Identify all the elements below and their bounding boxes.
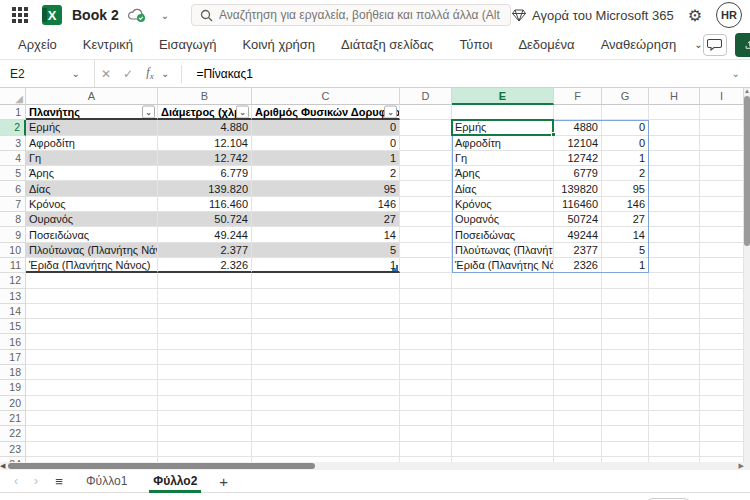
cell-H23[interactable]	[649, 442, 700, 457]
cell-D17[interactable]	[400, 350, 452, 365]
vertical-scrollbar-thumb[interactable]	[744, 96, 750, 246]
cell-D1[interactable]	[400, 105, 452, 120]
cell-C10[interactable]: 5	[252, 243, 400, 258]
cell-E8[interactable]: Ουρανός	[452, 212, 554, 227]
cell-G23[interactable]	[602, 442, 649, 457]
cell-D4[interactable]	[400, 151, 452, 166]
cell-H5[interactable]	[649, 166, 700, 181]
row-header-18[interactable]: 18	[0, 365, 26, 380]
cell-I19[interactable]	[700, 380, 744, 395]
cell-C1[interactable]: Αριθμός Φυσικών Δορυφόρων⌄	[252, 105, 400, 120]
cell-A21[interactable]	[26, 411, 158, 426]
cell-I12[interactable]	[700, 273, 744, 288]
ribbon-tab-3[interactable]: Εισαγωγή	[159, 37, 216, 52]
cell-D6[interactable]	[400, 181, 452, 196]
cell-A10[interactable]: Πλούτωνας (Πλανήτης Νάνος)	[26, 243, 158, 258]
row-header-9[interactable]: 9	[0, 227, 26, 242]
cell-C23[interactable]	[252, 442, 400, 457]
cell-D15[interactable]	[400, 319, 452, 334]
row-header-2[interactable]: 2	[0, 120, 26, 135]
row-header-14[interactable]: 14	[0, 304, 26, 319]
cell-G2[interactable]: 0	[602, 120, 649, 135]
cell-I10[interactable]	[700, 243, 744, 258]
cell-D7[interactable]	[400, 197, 452, 212]
cell-I23[interactable]	[700, 442, 744, 457]
cell-G18[interactable]	[602, 365, 649, 380]
cell-H8[interactable]	[649, 212, 700, 227]
cell-A11[interactable]: Έριδα (Πλανήτης Νάνος)	[26, 258, 158, 273]
cell-H19[interactable]	[649, 380, 700, 395]
cell-A20[interactable]	[26, 396, 158, 411]
cell-G1[interactable]	[602, 105, 649, 120]
cell-H18[interactable]	[649, 365, 700, 380]
cell-B1[interactable]: Διάμετρος (χλμ.)⌄	[158, 105, 252, 120]
ribbon-tab-4[interactable]: Κοινή χρήση	[242, 37, 315, 52]
cell-B3[interactable]: 12.104	[158, 136, 252, 151]
row-header-10[interactable]: 10	[0, 243, 26, 258]
cell-F22[interactable]	[554, 426, 602, 441]
cell-F8[interactable]: 50724	[554, 212, 602, 227]
cell-G12[interactable]	[602, 273, 649, 288]
settings-gear-icon[interactable]: ⚙	[688, 6, 702, 25]
ribbon-tab-6[interactable]: Τύποι	[460, 37, 493, 52]
row-header-20[interactable]: 20	[0, 396, 26, 411]
cell-A1[interactable]: Πλανήτης⌄	[26, 105, 158, 120]
cell-B21[interactable]	[158, 411, 252, 426]
cell-F16[interactable]	[554, 334, 602, 349]
cell-A2[interactable]: Ερμής	[26, 120, 158, 135]
cell-I7[interactable]	[700, 197, 744, 212]
cell-A4[interactable]: Γη	[26, 151, 158, 166]
row-header-12[interactable]: 12	[0, 273, 26, 288]
buy-microsoft365-button[interactable]: Αγορά του Microsoft 365	[512, 8, 674, 23]
cell-E15[interactable]	[452, 319, 554, 334]
cell-C14[interactable]	[252, 304, 400, 319]
cell-B11[interactable]: 2.326	[158, 258, 252, 273]
cell-G20[interactable]	[602, 396, 649, 411]
scroll-up-arrow-icon[interactable]: ▲	[744, 88, 750, 94]
workbook-title[interactable]: Book 2	[72, 7, 119, 23]
cell-A13[interactable]	[26, 289, 158, 304]
cell-C20[interactable]	[252, 396, 400, 411]
column-header-C[interactable]: C	[252, 88, 400, 105]
cell-C12[interactable]	[252, 273, 400, 288]
cell-H17[interactable]	[649, 350, 700, 365]
cell-A14[interactable]	[26, 304, 158, 319]
column-header-F[interactable]: F	[554, 88, 602, 105]
cell-D19[interactable]	[400, 380, 452, 395]
row-header-22[interactable]: 22	[0, 426, 26, 441]
cell-G4[interactable]: 1	[602, 151, 649, 166]
cell-G15[interactable]	[602, 319, 649, 334]
cell-G14[interactable]	[602, 304, 649, 319]
cell-H6[interactable]	[649, 181, 700, 196]
previous-sheet-chevron-icon[interactable]: ‹	[6, 474, 26, 488]
cell-C9[interactable]: 14	[252, 227, 400, 242]
cell-D22[interactable]	[400, 426, 452, 441]
cell-E19[interactable]	[452, 380, 554, 395]
fill-handle[interactable]	[551, 132, 556, 137]
cell-B5[interactable]: 6.779	[158, 166, 252, 181]
cell-B4[interactable]: 12.742	[158, 151, 252, 166]
filter-dropdown-icon-B1[interactable]: ⌄	[236, 105, 249, 118]
cell-D13[interactable]	[400, 289, 452, 304]
cell-B22[interactable]	[158, 426, 252, 441]
cell-G19[interactable]	[602, 380, 649, 395]
filter-dropdown-icon-A1[interactable]: ⌄	[142, 105, 155, 118]
cell-I17[interactable]	[700, 350, 744, 365]
row-header-16[interactable]: 16	[0, 334, 26, 349]
filter-dropdown-icon-C1[interactable]: ⌄	[384, 105, 397, 118]
sheet-tab-Φύλλο2[interactable]: Φύλλο2	[141, 472, 209, 491]
row-header-4[interactable]: 4	[0, 151, 26, 166]
cell-G6[interactable]: 95	[602, 181, 649, 196]
row-header-7[interactable]: 7	[0, 197, 26, 212]
cell-G13[interactable]	[602, 289, 649, 304]
cell-F23[interactable]	[554, 442, 602, 457]
comments-button[interactable]	[703, 34, 727, 56]
cell-H21[interactable]	[649, 411, 700, 426]
row-header-13[interactable]: 13	[0, 289, 26, 304]
cell-H13[interactable]	[649, 289, 700, 304]
cell-D20[interactable]	[400, 396, 452, 411]
name-box[interactable]: E2 ⌄	[0, 60, 95, 87]
cell-I14[interactable]	[700, 304, 744, 319]
cell-B17[interactable]	[158, 350, 252, 365]
cell-G10[interactable]: 5	[602, 243, 649, 258]
